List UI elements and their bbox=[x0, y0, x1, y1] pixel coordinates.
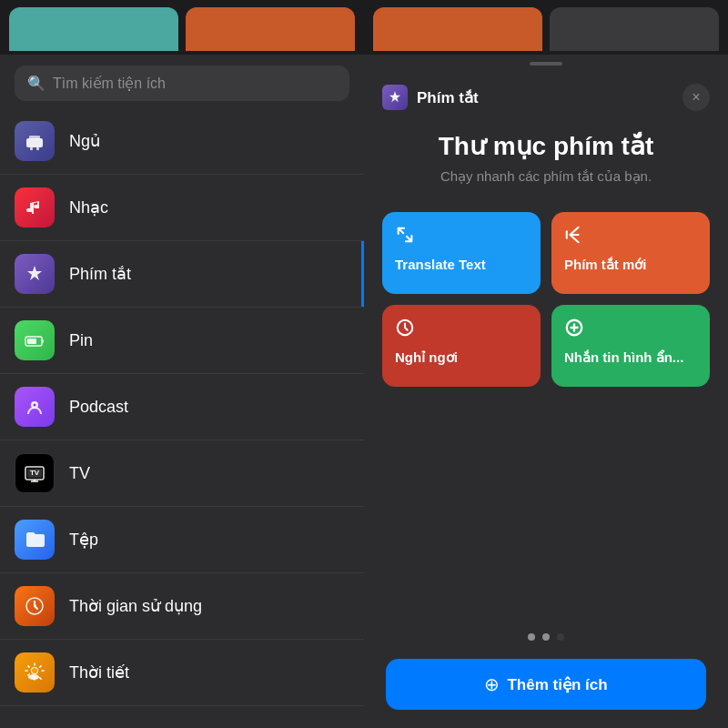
search-icon: 🔍 bbox=[27, 75, 46, 92]
screentime-icon bbox=[15, 586, 55, 626]
left-card-teal bbox=[9, 7, 178, 51]
svg-rect-1 bbox=[29, 136, 40, 139]
new-shortcut-label: Phím tắt mới bbox=[564, 257, 697, 273]
add-label: Thêm tiện ích bbox=[507, 675, 607, 694]
hidden-message-label: Nhắn tin hình ẩn... bbox=[564, 349, 697, 366]
panel-main: Thư mục phím tắt Chạy nhanh các phím tắt… bbox=[364, 122, 728, 728]
tv-label: TV bbox=[69, 464, 90, 483]
drag-handle bbox=[530, 62, 562, 66]
sidebar-item-sleep[interactable]: Ngủ bbox=[0, 108, 364, 175]
svg-text:TV: TV bbox=[30, 469, 40, 477]
dot-3 bbox=[557, 633, 564, 641]
left-panel: 🔍 Tìm kiếm tiện ích Ngủ Nhạc bbox=[0, 0, 364, 728]
shortcuts-app-icon bbox=[382, 85, 408, 110]
shortcuts-label: Phím tắt bbox=[69, 264, 131, 284]
music-label: Nhạc bbox=[69, 197, 108, 217]
shortcuts-icon bbox=[15, 254, 55, 294]
dot-2 bbox=[542, 633, 550, 641]
sleep-label: Ngủ bbox=[69, 131, 100, 151]
battery-label: Pin bbox=[69, 331, 93, 350]
panel-header: Phím tắt × bbox=[364, 69, 728, 122]
sidebar-item-shortcuts[interactable]: Phím tắt bbox=[0, 241, 364, 308]
rest-label: Nghỉ ngơi bbox=[395, 349, 528, 366]
rest-icon bbox=[395, 318, 528, 342]
panel-app-name: Phím tắt bbox=[417, 88, 479, 107]
close-icon: × bbox=[692, 89, 700, 106]
translate-label: Translate Text bbox=[395, 257, 528, 272]
new-shortcut-icon bbox=[564, 225, 697, 249]
left-top-cards bbox=[0, 0, 364, 55]
sidebar-item-battery[interactable]: Pin bbox=[0, 308, 364, 374]
search-placeholder: Tìm kiếm tiện ích bbox=[53, 75, 166, 92]
sleep-icon bbox=[15, 121, 55, 161]
shortcut-translate[interactable]: Translate Text bbox=[382, 212, 541, 294]
add-icon: ⊕ bbox=[484, 673, 500, 695]
spacer bbox=[382, 409, 710, 633]
svg-rect-7 bbox=[27, 339, 36, 344]
sidebar-item-files[interactable]: Tệp bbox=[0, 507, 364, 573]
svg-rect-6 bbox=[42, 339, 44, 343]
close-button[interactable]: × bbox=[682, 84, 710, 111]
translate-icon bbox=[395, 225, 528, 249]
svg-marker-4 bbox=[27, 266, 42, 280]
hidden-message-icon bbox=[564, 318, 697, 342]
svg-rect-3 bbox=[36, 147, 39, 150]
left-card-orange bbox=[186, 7, 355, 51]
weather-icon bbox=[15, 652, 55, 693]
shortcut-rest[interactable]: Nghỉ ngơi bbox=[382, 305, 541, 387]
dot-1 bbox=[528, 633, 535, 641]
sidebar-item-weather[interactable]: Thời tiết bbox=[0, 640, 364, 706]
panel-title: Thư mục phím tắt bbox=[382, 131, 710, 161]
tv-icon: TV bbox=[15, 453, 55, 493]
drag-handle-area bbox=[364, 55, 728, 69]
shortcut-hidden-message[interactable]: Nhắn tin hình ẩn... bbox=[551, 305, 710, 387]
screentime-label: Thời gian sử dụng bbox=[69, 596, 202, 616]
svg-rect-2 bbox=[30, 147, 33, 150]
right-panel: Phím tắt × Thư mục phím tắt Chạy nhanh c… bbox=[364, 0, 728, 728]
music-icon bbox=[15, 187, 55, 228]
shortcut-grid: Translate Text Phím tắt mới bbox=[382, 212, 710, 387]
right-card-orange bbox=[373, 7, 542, 51]
podcast-label: Podcast bbox=[69, 398, 128, 417]
right-top-cards bbox=[364, 0, 728, 55]
add-widget-button[interactable]: ⊕ Thêm tiện ích bbox=[386, 659, 706, 710]
svg-rect-0 bbox=[26, 138, 43, 147]
sidebar-item-screentime[interactable]: Thời gian sử dụng bbox=[0, 573, 364, 640]
svg-marker-17 bbox=[389, 91, 400, 102]
files-icon bbox=[15, 520, 55, 560]
page-dots bbox=[382, 633, 710, 641]
right-card-dark bbox=[550, 7, 719, 51]
weather-label: Thời tiết bbox=[69, 662, 129, 682]
sidebar-item-podcast[interactable]: Podcast bbox=[0, 374, 364, 440]
podcast-icon bbox=[15, 387, 55, 427]
search-bar[interactable]: 🔍 Tìm kiếm tiện ích bbox=[15, 66, 349, 101]
svg-point-16 bbox=[28, 674, 39, 680]
files-label: Tệp bbox=[69, 530, 98, 550]
shortcut-new[interactable]: Phím tắt mới bbox=[551, 212, 710, 294]
sidebar-item-music[interactable]: Nhạc bbox=[0, 175, 364, 241]
panel-subtitle: Chạy nhanh các phím tắt của bạn. bbox=[382, 168, 710, 185]
svg-point-15 bbox=[32, 668, 37, 673]
header-left: Phím tắt bbox=[382, 85, 479, 110]
sidebar-item-tv[interactable]: TV TV bbox=[0, 440, 364, 507]
svg-point-9 bbox=[34, 404, 36, 407]
menu-list: Ngủ Nhạc Phím tắt bbox=[0, 108, 364, 728]
battery-icon bbox=[15, 320, 55, 360]
